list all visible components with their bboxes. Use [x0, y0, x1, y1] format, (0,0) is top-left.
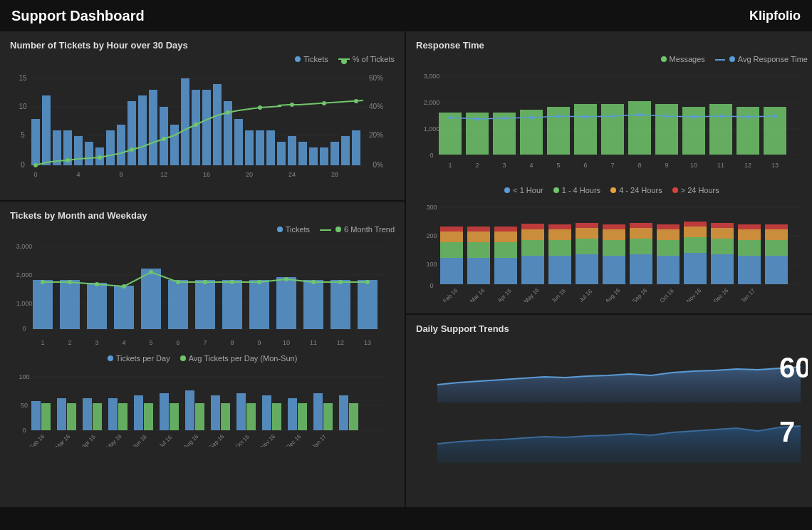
svg-text:13: 13: [364, 339, 371, 346]
svg-text:40%: 40%: [369, 103, 383, 110]
svg-text:Mar 16: Mar 16: [54, 433, 71, 447]
svg-rect-220: [521, 256, 544, 284]
tickets-by-month-panel: Tickets by Month and Weekday Tickets 6 M…: [0, 202, 405, 507]
daily-trends-title: Daily Support Trends: [416, 323, 808, 334]
tickets-by-hour-panel: Number of Tickets by Hour over 30 Days T…: [0, 31, 405, 200]
svg-rect-244: [684, 253, 707, 284]
daily-trends-chart: 60 7: [416, 338, 808, 477]
svg-point-88: [176, 280, 180, 284]
svg-text:7: 7: [610, 162, 614, 169]
svg-text:0: 0: [22, 325, 26, 332]
svg-text:Oct 16: Oct 16: [659, 287, 675, 302]
svg-point-48: [194, 123, 198, 127]
svg-rect-19: [106, 130, 115, 165]
svg-rect-126: [170, 403, 179, 430]
svg-rect-236: [630, 254, 652, 284]
svg-rect-32: [245, 130, 254, 165]
svg-rect-235: [603, 224, 625, 229]
svg-rect-23: [149, 90, 157, 165]
svg-text:Jun 16: Jun 16: [551, 287, 568, 302]
svg-text:2: 2: [475, 162, 479, 169]
svg-text:3,000: 3,000: [424, 73, 440, 80]
svg-rect-125: [160, 393, 169, 430]
svg-rect-115: [31, 401, 41, 430]
svg-text:Jan 17: Jan 17: [311, 433, 328, 447]
svg-rect-137: [313, 393, 323, 430]
svg-text:2,000: 2,000: [16, 271, 33, 279]
1-4h-dot-icon: [553, 187, 559, 193]
svg-text:20%: 20%: [369, 131, 383, 139]
svg-rect-238: [630, 228, 652, 239]
svg-rect-242: [657, 229, 680, 240]
svg-rect-255: [738, 224, 761, 229]
svg-rect-28: [202, 90, 211, 165]
svg-rect-228: [576, 254, 598, 284]
svg-rect-218: [494, 232, 517, 242]
svg-text:0: 0: [430, 282, 433, 289]
svg-rect-251: [711, 223, 734, 228]
svg-rect-22: [138, 95, 147, 165]
svg-rect-226: [548, 229, 571, 240]
svg-rect-39: [320, 147, 328, 165]
svg-rect-247: [684, 222, 707, 227]
svg-rect-224: [548, 256, 571, 284]
daily-trends-panel: Daily Support Trends: [406, 315, 812, 507]
svg-rect-208: [440, 258, 463, 284]
svg-rect-243: [657, 224, 680, 229]
svg-point-93: [311, 280, 316, 284]
4-24h-dot-icon: [610, 187, 616, 193]
svg-rect-127: [185, 390, 194, 430]
svg-text:60: 60: [779, 352, 808, 383]
svg-rect-169: [655, 104, 678, 155]
svg-rect-225: [548, 240, 571, 256]
tickets-day-legend: Tickets per Day Avg Tickets per Day (Mon…: [108, 354, 298, 363]
svg-text:10: 10: [19, 103, 27, 110]
svg-rect-117: [57, 398, 66, 430]
svg-rect-71: [60, 280, 80, 329]
svg-point-185: [746, 115, 750, 119]
svg-point-53: [354, 99, 358, 103]
avg-response-line-icon: [715, 59, 725, 61]
svg-text:9: 9: [665, 162, 668, 169]
month-trend-dot-icon: [335, 227, 341, 232]
svg-text:10: 10: [690, 162, 697, 169]
svg-text:8: 8: [230, 339, 234, 346]
svg-point-186: [774, 115, 777, 118]
svg-rect-231: [576, 223, 598, 228]
svg-text:0%: 0%: [373, 161, 384, 169]
svg-text:Dec 16: Dec 16: [285, 433, 303, 447]
svg-text:15: 15: [19, 74, 27, 82]
svg-point-86: [122, 284, 126, 289]
svg-rect-172: [736, 107, 759, 155]
svg-rect-245: [684, 237, 707, 253]
svg-point-176: [503, 117, 506, 120]
svg-rect-20: [117, 125, 125, 165]
svg-rect-124: [144, 403, 153, 430]
svg-rect-119: [83, 398, 92, 430]
svg-rect-29: [213, 84, 222, 165]
header: Support Dashboard Klipfolio: [0, 0, 812, 31]
svg-text:4: 4: [529, 162, 533, 169]
svg-rect-250: [711, 228, 734, 239]
svg-text:12: 12: [337, 339, 344, 346]
svg-point-184: [719, 115, 723, 118]
svg-rect-25: [170, 125, 179, 165]
svg-rect-135: [288, 398, 297, 430]
svg-rect-70: [33, 280, 53, 329]
svg-rect-229: [576, 239, 598, 254]
svg-text:2,000: 2,000: [424, 99, 440, 106]
svg-text:Jun 16: Jun 16: [132, 433, 149, 447]
svg-rect-237: [630, 239, 652, 254]
svg-text:200: 200: [426, 232, 437, 239]
svg-point-47: [162, 137, 166, 141]
svg-text:6: 6: [176, 339, 179, 346]
svg-rect-38: [309, 147, 318, 165]
svg-rect-80: [303, 280, 323, 329]
svg-rect-217: [494, 242, 517, 258]
svg-text:12: 12: [744, 162, 751, 169]
svg-rect-246: [684, 227, 707, 237]
svg-text:3,000: 3,000: [16, 243, 33, 250]
svg-rect-211: [440, 227, 463, 232]
svg-rect-138: [323, 403, 333, 430]
gt24h-dot-icon: [672, 187, 678, 193]
